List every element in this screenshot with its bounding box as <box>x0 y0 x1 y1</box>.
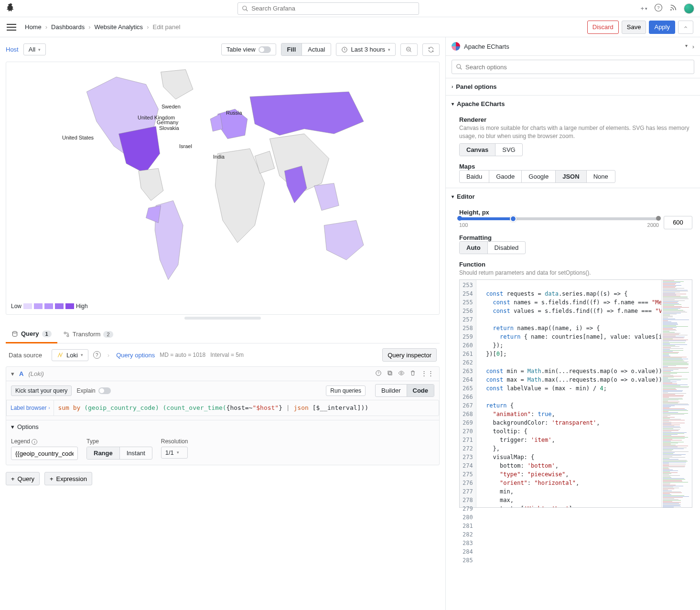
maps-label: Maps <box>459 163 692 170</box>
formatting-label: Formatting <box>459 234 692 241</box>
renderer-label: Renderer <box>459 116 692 123</box>
apply-button[interactable]: Apply <box>649 21 675 34</box>
query-name[interactable]: A <box>19 370 23 377</box>
builder-mode[interactable]: Builder <box>376 385 407 396</box>
maps-segment[interactable]: Baidu Gaode Google JSON None <box>459 170 615 183</box>
tab-transform[interactable]: Transform 2 <box>57 325 119 343</box>
editor-section[interactable]: ▾Editor <box>446 188 700 205</box>
global-search[interactable] <box>237 2 419 15</box>
maps-none[interactable]: None <box>587 171 615 182</box>
save-button[interactable]: Save <box>622 21 646 34</box>
datasource-help-icon[interactable]: ? <box>93 351 101 359</box>
svg-point-9 <box>12 331 17 333</box>
refresh-button[interactable] <box>422 43 440 56</box>
crumb-home[interactable]: Home <box>25 23 42 31</box>
tab-query[interactable]: Query 1 <box>6 325 57 343</box>
query-interval-info: Interval = 5m <box>210 352 244 358</box>
viz-picker-arrow[interactable]: › <box>692 43 694 50</box>
query-options-link[interactable]: Query options <box>116 352 155 359</box>
renderer-segment[interactable]: Canvas SVG <box>459 143 523 156</box>
template-var-picker[interactable]: All▾ <box>23 43 46 55</box>
map-legend: Low High <box>11 303 88 310</box>
collapse-button[interactable] <box>678 21 693 34</box>
code-minimap[interactable] <box>661 280 692 507</box>
svg-rect-12 <box>389 372 392 375</box>
panel-resize-handle[interactable] <box>184 317 261 320</box>
add-menu[interactable]: +▾ <box>640 5 647 12</box>
zoom-out-icon <box>406 46 412 53</box>
legend-input[interactable] <box>11 447 78 460</box>
maps-baidu[interactable]: Baidu <box>460 171 489 182</box>
formatting-auto[interactable]: Auto <box>460 242 488 254</box>
function-label: Function <box>459 261 692 268</box>
crumb-editpanel: Edit panel <box>152 23 180 31</box>
table-view-toggle[interactable]: Table view <box>221 43 276 55</box>
function-desc: Should return parameters and data for se… <box>459 269 692 277</box>
label-browser-button[interactable]: Label browser› <box>6 400 54 416</box>
loki-query-editor[interactable]: sum by (geoip_country_code) (count_over_… <box>54 400 439 416</box>
maps-gaode[interactable]: Gaode <box>489 171 522 182</box>
transform-icon <box>63 331 70 338</box>
code-mode[interactable]: Code <box>407 385 434 396</box>
query-copy-icon[interactable] <box>387 370 393 378</box>
renderer-svg[interactable]: SVG <box>495 144 522 156</box>
global-search-input[interactable] <box>251 5 415 12</box>
panel-options-section[interactable]: ›Panel options <box>446 78 700 95</box>
crumb-dashboards[interactable]: Dashboards <box>51 23 85 31</box>
help-icon[interactable]: ? <box>654 3 663 13</box>
query-md-info: MD = auto = 1018 <box>160 352 205 358</box>
query-help-icon[interactable]: ? <box>375 370 382 378</box>
query-delete-icon[interactable] <box>409 370 416 378</box>
actual-option[interactable]: Actual <box>302 43 331 55</box>
renderer-canvas[interactable]: Canvas <box>460 144 495 156</box>
svg-rect-13 <box>388 371 391 374</box>
template-var-label: Host <box>6 46 19 53</box>
type-instant[interactable]: Instant <box>120 447 152 459</box>
search-icon <box>242 5 248 12</box>
fill-actual-segment[interactable]: Fill Actual <box>281 43 332 56</box>
add-query-button[interactable]: +Query <box>6 472 40 485</box>
function-code-editor[interactable]: 2532542552562572582592602612622632642652… <box>459 279 692 508</box>
discard-button[interactable]: Discard <box>587 21 619 34</box>
echarts-section[interactable]: ▾Apache ECharts <box>446 96 700 112</box>
query-toggle-visible-icon[interactable] <box>398 370 405 378</box>
query-inspector-button[interactable]: Query inspector <box>382 348 437 362</box>
chevron-up-icon <box>683 24 688 30</box>
options-search-input[interactable] <box>465 64 690 71</box>
time-range-picker[interactable]: Last 3 hours ▾ <box>336 43 396 56</box>
viz-picker-dropdown[interactable]: ▾ <box>685 43 688 50</box>
run-queries-button[interactable]: Run queries <box>326 385 366 396</box>
formatting-segment[interactable]: Auto Disabled <box>459 241 526 254</box>
loki-icon <box>57 352 64 358</box>
datasource-label: Data source <box>9 352 47 359</box>
maps-google[interactable]: Google <box>522 171 556 182</box>
fill-option[interactable]: Fill <box>281 43 302 55</box>
formatting-disabled[interactable]: Disabled <box>488 242 526 254</box>
menu-toggle[interactable] <box>7 24 16 31</box>
user-avatar[interactable] <box>684 3 694 14</box>
maps-json[interactable]: JSON <box>556 171 586 182</box>
crumb-dashboard[interactable]: Website Analytics <box>94 23 143 31</box>
add-expression-button[interactable]: +Expression <box>44 472 92 485</box>
resolution-picker[interactable]: 1/1▾ <box>161 447 188 459</box>
query-options-toggle[interactable]: ▾Options <box>6 420 439 433</box>
svg-point-15 <box>457 64 461 68</box>
height-slider[interactable] <box>459 217 659 220</box>
svg-line-8 <box>410 50 411 52</box>
query-row-toggle[interactable]: ▾ <box>11 370 14 377</box>
query-ds-hint: (Loki) <box>28 370 44 377</box>
grafana-logo[interactable] <box>6 2 16 14</box>
kick-start-button[interactable]: Kick start your query <box>11 385 72 396</box>
query-drag-icon[interactable]: ⋮⋮ <box>421 370 434 378</box>
type-range[interactable]: Range <box>87 447 120 459</box>
explain-toggle[interactable]: Explain <box>76 387 110 394</box>
options-search[interactable] <box>452 60 694 74</box>
viz-type-picker[interactable]: Apache ECharts <box>464 43 509 50</box>
database-icon <box>11 331 18 337</box>
height-input[interactable] <box>664 216 692 229</box>
zoom-out-button[interactable] <box>400 43 418 56</box>
news-icon[interactable] <box>669 4 677 13</box>
renderer-desc: Canvas is more suitable for charts with … <box>459 124 692 140</box>
resolution-label: Resolution <box>161 438 188 445</box>
datasource-picker[interactable]: Loki ▾ <box>52 349 88 361</box>
